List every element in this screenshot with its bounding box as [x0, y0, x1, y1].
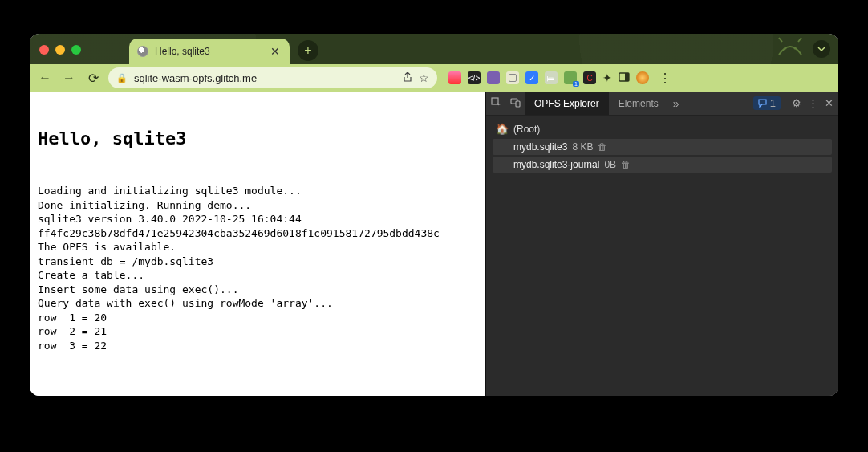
extension-icon[interactable]: [448, 71, 461, 84]
trash-icon[interactable]: 🗑: [598, 141, 607, 153]
opfs-root-node[interactable]: 🏠 (Root): [493, 120, 832, 137]
extension-icon[interactable]: 1: [564, 71, 577, 84]
profile-avatar-button[interactable]: [813, 40, 830, 58]
console-line: sqlite3 version 3.40.0 2022-10-25 16:04:…: [38, 212, 477, 226]
svg-rect-5: [625, 73, 629, 81]
extension-icon[interactable]: [487, 71, 500, 84]
console-line: row 2 = 21: [38, 324, 477, 339]
extension-icon[interactable]: </>: [468, 71, 481, 84]
extension-icon[interactable]: 🛏: [545, 71, 558, 84]
extensions-puzzle-icon[interactable]: ✦: [602, 71, 612, 84]
opfs-root-label: (Root): [513, 124, 540, 135]
extension-icon[interactable]: C: [583, 71, 596, 84]
extension-icon[interactable]: [506, 71, 519, 84]
console-line: row 3 = 22: [38, 339, 477, 353]
console-line: The OPFS is available.: [38, 240, 477, 255]
console-line: Insert some data using exec()...: [38, 283, 477, 297]
opfs-tree: 🏠 (Root) mydb.sqlite38 KB🗑mydb.sqlite3-j…: [486, 116, 838, 396]
tab-title: Hello, sqlite3: [155, 46, 210, 57]
message-icon: [758, 99, 767, 108]
svg-point-0: [785, 47, 787, 50]
new-tab-button[interactable]: +: [298, 40, 318, 61]
globe-icon: [137, 46, 148, 57]
extension-icons: </> ✓ 🛏 1 C ✦ ⋮: [448, 71, 675, 86]
url-text: sqlite-wasm-opfs.glitch.me: [134, 72, 396, 84]
tab-strip: Hello, sqlite3 ✕ +: [30, 34, 838, 64]
address-bar[interactable]: 🔒 sqlite-wasm-opfs.glitch.me ☆: [108, 67, 437, 88]
inspect-element-icon[interactable]: [486, 97, 505, 110]
share-icon[interactable]: [403, 72, 412, 84]
console-line: Create a table...: [38, 268, 477, 283]
devtools-tab-opfs-explorer[interactable]: OPFS Explorer: [525, 92, 609, 115]
devtools-issues-count: 1: [770, 97, 776, 109]
extension-icon[interactable]: ✓: [525, 71, 538, 84]
svg-line-2: [779, 38, 782, 42]
console-line: ff4fc29c38b78dfd471e25942304cba352469d60…: [38, 226, 477, 241]
opfs-file-size: 0B: [604, 159, 616, 170]
console-line: Loading and initializing sqlite3 module.…: [38, 184, 477, 198]
opfs-file-size: 8 KB: [572, 141, 593, 153]
opfs-file-row[interactable]: mydb.sqlite3-journal0B🗑: [493, 157, 832, 173]
devtools-menu-icon[interactable]: ⋮: [808, 97, 818, 109]
devtools-panel: OPFS Explorer Elements » 1 ⚙ ⋮ ✕: [485, 92, 838, 396]
console-line: Done initializing. Running demo...: [38, 198, 477, 213]
opfs-file-name: mydb.sqlite3-journal: [513, 159, 599, 170]
maximize-window-button[interactable]: [71, 45, 81, 55]
trash-icon[interactable]: 🗑: [621, 159, 631, 170]
bookmark-star-icon[interactable]: ☆: [419, 71, 429, 84]
console-line: row 1 = 20: [38, 311, 477, 325]
window-controls: [39, 45, 81, 55]
opfs-file-name: mydb.sqlite3: [513, 141, 567, 153]
side-panel-icon[interactable]: [619, 71, 630, 85]
chrome-menu-button[interactable]: ⋮: [655, 71, 675, 86]
close-tab-button[interactable]: ✕: [269, 44, 282, 59]
devtools-tab-bar: OPFS Explorer Elements » 1 ⚙ ⋮ ✕: [486, 92, 838, 116]
content-area: Hello, sqlite3 Loading and initializing …: [30, 92, 838, 396]
page-content: Hello, sqlite3 Loading and initializing …: [30, 92, 485, 396]
devtools-more-tabs-icon[interactable]: »: [668, 97, 684, 110]
device-toolbar-icon[interactable]: [505, 97, 525, 110]
lock-icon: 🔒: [116, 73, 128, 83]
devtools-settings-icon[interactable]: ⚙: [792, 97, 801, 109]
close-window-button[interactable]: [39, 45, 49, 55]
reload-button[interactable]: ⟳: [84, 71, 102, 86]
forward-button[interactable]: →: [60, 71, 78, 85]
minimize-window-button[interactable]: [55, 45, 65, 55]
console-line: Query data with exec() using rowMode 'ar…: [38, 296, 477, 311]
page-heading: Hello, sqlite3: [38, 128, 477, 149]
android-decoration-icon: [774, 37, 806, 64]
profile-avatar-icon[interactable]: [636, 71, 649, 84]
home-icon: 🏠: [496, 123, 509, 135]
svg-rect-8: [516, 101, 520, 107]
browser-tab[interactable]: Hello, sqlite3 ✕: [129, 39, 290, 64]
devtools-tab-label: Elements: [619, 98, 659, 109]
devtools-tab-elements[interactable]: Elements: [609, 92, 668, 115]
svg-point-1: [794, 47, 797, 50]
back-button[interactable]: ←: [36, 71, 54, 85]
devtools-tab-label: OPFS Explorer: [534, 98, 599, 109]
console-line: transient db = /mydb.sqlite3: [38, 255, 477, 269]
devtools-issues-badge[interactable]: 1: [753, 96, 781, 110]
devtools-close-icon[interactable]: ✕: [825, 97, 834, 109]
browser-window: Hello, sqlite3 ✕ + ← → ⟳ 🔒 sqlite-wasm-o…: [30, 34, 838, 396]
browser-toolbar: ← → ⟳ 🔒 sqlite-wasm-opfs.glitch.me ☆ </>…: [30, 64, 838, 92]
svg-line-3: [798, 38, 801, 42]
opfs-file-row[interactable]: mydb.sqlite38 KB🗑: [493, 139, 832, 155]
